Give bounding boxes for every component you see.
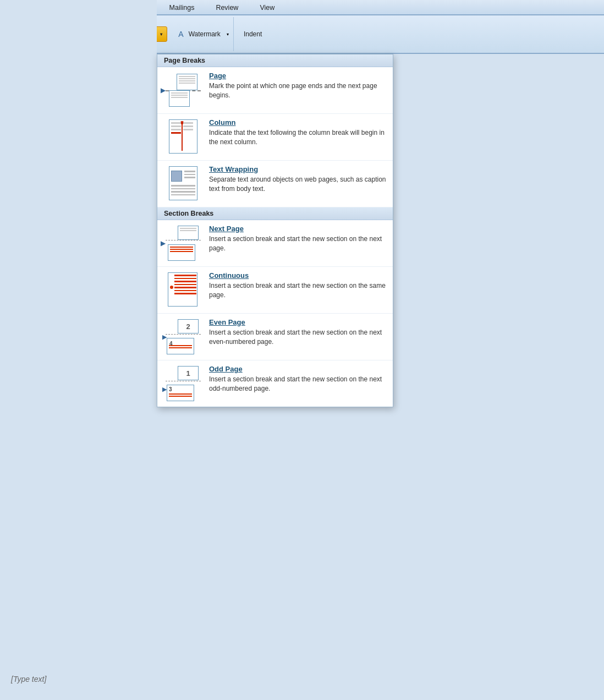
continuous-icon [164, 271, 202, 309]
indent-button[interactable]: Indent [240, 29, 265, 39]
watermark-button[interactable]: Watermark [185, 29, 224, 39]
continuous-item-text: Continuous Insert a section break and st… [209, 271, 386, 300]
menu-item-even-page[interactable]: 2 ▶ 4 Even Page Insert a section break a… [157, 314, 393, 360]
odd-page-item-text: Odd Page Insert a section break and star… [209, 365, 386, 393]
even-page-icon: 2 ▶ 4 [164, 318, 202, 356]
watermark-icon: A [178, 30, 183, 39]
text-wrap-icon [164, 165, 202, 203]
even-page-illustration: 2 ▶ 4 [166, 319, 201, 354]
menu-item-page[interactable]: ▶ Page Mark the point at which one page … [157, 67, 393, 114]
even-page-item-desc: Insert a section break and start the new… [209, 328, 386, 347]
menu-item-text-wrapping[interactable]: Text Wrapping Separate text around objec… [157, 161, 393, 207]
placeholder-text[interactable]: [Type text] [11, 675, 46, 683]
menu-item-continuous[interactable]: Continuous Insert a section break and st… [157, 267, 393, 314]
odd-page-item-title: Odd Page [209, 365, 386, 373]
odd-page-icon: 1 3 ▶ [164, 365, 202, 402]
indent-group: Indent [236, 17, 270, 51]
text-wrap-item-text: Text Wrapping Separate text around objec… [209, 165, 386, 194]
next-page-item-text: Next Page Insert a section break and sta… [209, 225, 386, 253]
menu-item-odd-page[interactable]: 1 3 ▶ Odd Page Insert a section break an… [157, 360, 393, 407]
text-wrap-illustration [167, 166, 200, 201]
page-item-desc: Mark the point at which one page ends an… [209, 81, 386, 100]
menu-item-next-page[interactable]: ▶ Next Page [157, 220, 393, 267]
page-breaks-header: Page Breaks [157, 54, 393, 67]
next-page-illustration [166, 226, 201, 261]
next-page-item-desc: Insert a section break and start the new… [209, 234, 386, 253]
document-area: [Type text] [0, 0, 157, 700]
column-item-text: Column Indicate that the text following … [209, 118, 386, 147]
text-wrap-item-desc: Separate text around objects on web page… [209, 175, 386, 194]
even-page-item-text: Even Page Insert a section break and sta… [209, 318, 386, 347]
page-item-text: Page Mark the point at which one page en… [209, 72, 386, 100]
odd-page-item-desc: Insert a section break and start the new… [209, 375, 386, 393]
section-breaks-header: Section Breaks [157, 207, 393, 220]
continuous-item-desc: Insert a section break and start the new… [209, 281, 386, 300]
breaks-dropdown: Page Breaks ▶ Page Mark the point at whi… [157, 54, 393, 407]
column-item-desc: Indicate that the text following the col… [209, 128, 386, 147]
next-page-item-title: Next Page [209, 225, 386, 233]
page-arrow-indicator: ▶ [161, 86, 166, 94]
continuous-illustration [167, 272, 200, 308]
tab-view[interactable]: View [249, 1, 285, 14]
tab-review[interactable]: Review [205, 1, 249, 14]
column-break-icon [164, 118, 202, 156]
column-item-title: Column [209, 118, 386, 127]
next-page-arrow-indicator: ▶ [161, 239, 166, 247]
text-wrap-item-title: Text Wrapping [209, 165, 386, 173]
column-break-illustration [167, 119, 200, 155]
breaks-arrow: ▾ [160, 32, 162, 37]
odd-page-illustration: 1 3 ▶ [166, 366, 201, 401]
watermark-arrow: ▾ [227, 32, 229, 37]
page-item-title: Page [209, 72, 386, 80]
continuous-item-title: Continuous [209, 271, 386, 280]
page-break-icon: ▶ [164, 72, 202, 109]
watermark-group: A Watermark ▾ [174, 17, 234, 51]
next-page-icon: ▶ [164, 225, 202, 262]
menu-item-column[interactable]: Column Indicate that the text following … [157, 114, 393, 161]
page-break-illustration [166, 73, 201, 108]
tab-mailings[interactable]: Mailings [159, 1, 205, 14]
even-page-item-title: Even Page [209, 318, 386, 326]
